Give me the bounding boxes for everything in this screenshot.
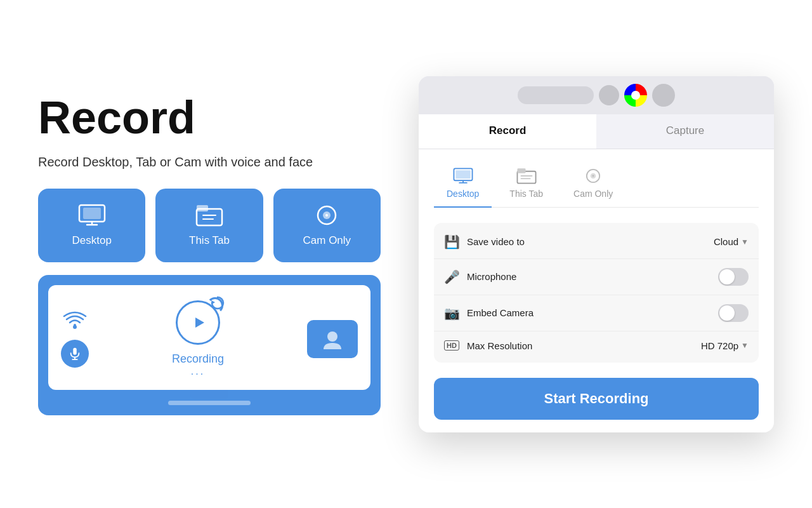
svg-point-17 bbox=[327, 331, 337, 342]
start-recording-button[interactable]: Start Recording bbox=[434, 378, 759, 420]
right-panel: Record Capture Desktop bbox=[419, 76, 774, 432]
mode-button-cam-only[interactable]: Cam Only bbox=[273, 189, 381, 262]
record-circle-icon bbox=[176, 300, 220, 345]
panel-tabs: Record Capture bbox=[419, 114, 774, 149]
mode-button-cam-only-label: Cam Only bbox=[303, 234, 351, 247]
preview-card: Recording ... bbox=[38, 275, 381, 415]
max-resolution-dropdown-arrow: ▼ bbox=[741, 341, 749, 350]
source-cam-icon bbox=[583, 167, 603, 185]
recording-label: Recording bbox=[172, 352, 224, 366]
source-desktop-icon bbox=[453, 167, 473, 185]
left-panel: Record Record Desktop, Tab or Cam with v… bbox=[38, 93, 381, 415]
tab-capture[interactable]: Capture bbox=[596, 114, 774, 149]
monitor-base bbox=[48, 390, 370, 405]
page-title: Record bbox=[38, 93, 381, 143]
mode-button-this-tab[interactable]: This Tab bbox=[155, 189, 263, 262]
record-center: Recording ... bbox=[104, 300, 292, 377]
embed-camera-toggle[interactable] bbox=[718, 304, 749, 322]
wifi-icon bbox=[62, 310, 88, 335]
mode-button-this-tab-label: This Tab bbox=[189, 234, 230, 247]
mode-button-desktop-label: Desktop bbox=[72, 234, 111, 247]
max-resolution-value[interactable]: HD 720p ▼ bbox=[701, 340, 749, 351]
source-tab-desktop[interactable]: Desktop bbox=[434, 162, 492, 208]
svg-rect-19 bbox=[455, 170, 470, 178]
mic-circle bbox=[61, 340, 89, 368]
save-video-value[interactable]: Cloud ▼ bbox=[714, 236, 749, 247]
svg-marker-16 bbox=[211, 300, 215, 304]
panel-body: Desktop This Tab bbox=[419, 149, 774, 432]
tab-record[interactable]: Record bbox=[419, 114, 596, 149]
save-video-icon: 💾 bbox=[444, 234, 459, 250]
chrome-button-1 bbox=[599, 85, 619, 105]
embed-camera-label: Embed Camera bbox=[467, 307, 710, 318]
mic-area bbox=[61, 310, 89, 368]
source-tabs: Desktop This Tab bbox=[434, 162, 759, 208]
source-tab-this-tab[interactable]: This Tab bbox=[497, 162, 556, 208]
setting-row-max-resolution: HD Max Resolution HD 720p ▼ bbox=[434, 331, 759, 360]
svg-rect-23 bbox=[517, 168, 525, 173]
window-chrome bbox=[419, 76, 774, 114]
chrome-logo-icon bbox=[624, 84, 647, 107]
popup-window: Record Capture Desktop bbox=[419, 76, 774, 432]
mode-buttons-row: Desktop This Tab Cam Only bbox=[38, 189, 381, 262]
max-resolution-icon: HD bbox=[444, 340, 459, 351]
desktop-icon bbox=[78, 204, 106, 227]
setting-row-microphone: 🎤 Microphone bbox=[434, 259, 759, 295]
save-video-label: Save video to bbox=[467, 236, 706, 247]
svg-marker-15 bbox=[195, 318, 204, 328]
settings-card: 💾 Save video to Cloud ▼ 🎤 Microphone 📷 bbox=[434, 223, 759, 363]
microphone-icon: 🎤 bbox=[444, 269, 459, 284]
page-subtitle: Record Desktop, Tab or Cam with voice an… bbox=[38, 153, 381, 171]
chrome-address-bar bbox=[518, 86, 594, 104]
svg-rect-12 bbox=[73, 348, 77, 355]
microphone-label: Microphone bbox=[467, 271, 710, 282]
recording-dots: ... bbox=[191, 366, 205, 377]
setting-row-save-video: 💾 Save video to Cloud ▼ bbox=[434, 225, 759, 259]
svg-point-28 bbox=[593, 175, 594, 177]
microphone-toggle[interactable] bbox=[718, 268, 749, 286]
preview-inner: Recording ... bbox=[48, 285, 370, 390]
setting-row-embed-camera: 📷 Embed Camera bbox=[434, 295, 759, 331]
tab-icon bbox=[195, 204, 223, 227]
mode-button-desktop[interactable]: Desktop bbox=[38, 189, 145, 262]
cam-icon bbox=[313, 204, 341, 227]
svg-rect-1 bbox=[83, 208, 101, 219]
embed-camera-icon: 📷 bbox=[444, 305, 459, 321]
svg-rect-5 bbox=[197, 205, 208, 211]
max-resolution-label: Max Resolution bbox=[467, 340, 693, 351]
svg-point-10 bbox=[325, 214, 328, 217]
save-video-dropdown-arrow: ▼ bbox=[741, 237, 749, 246]
source-tab-icon bbox=[516, 167, 537, 185]
cam-thumbnail bbox=[307, 320, 358, 358]
chrome-button-2 bbox=[652, 84, 675, 107]
svg-point-11 bbox=[73, 325, 77, 329]
source-tab-cam-only[interactable]: Cam Only bbox=[561, 162, 625, 208]
